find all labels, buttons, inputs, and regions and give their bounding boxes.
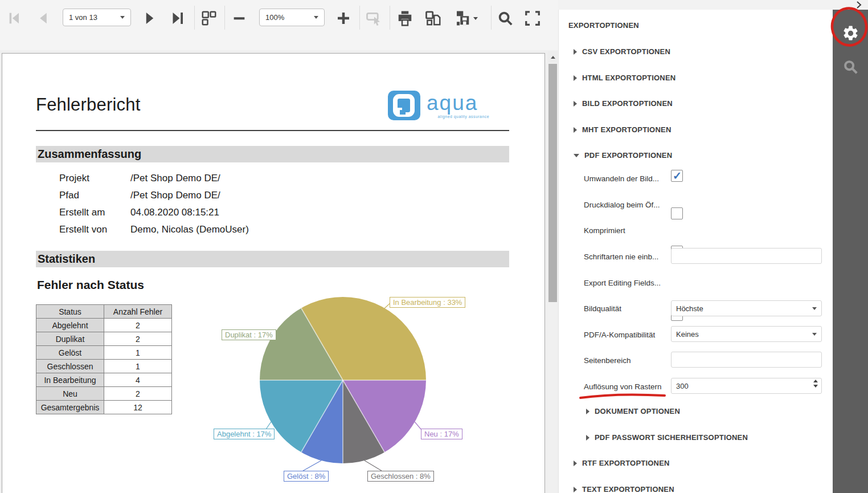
first-page-button[interactable]	[7, 9, 23, 27]
table-row: Neu2	[36, 387, 172, 401]
dropdown-pdfa-kompatibilitaet[interactable]: Keines	[671, 326, 822, 342]
status-pie-chart: In Bearbeitung : 33% Duplikat : 17% Abge…	[211, 292, 456, 483]
pie-label-geloest: Gelöst : 8%	[284, 471, 329, 482]
zoom-level: 100%	[265, 13, 284, 22]
vertical-scrollbar[interactable]	[548, 51, 558, 493]
dropdown-bildqualitaet[interactable]: Höchste	[671, 300, 822, 316]
page-number-dropdown[interactable]: 1 von 13	[63, 9, 131, 26]
previous-page-button[interactable]	[35, 9, 51, 27]
export-save-button[interactable]	[454, 9, 478, 27]
checkbox-druckdialog[interactable]	[671, 207, 683, 219]
section-bild-exportoptionen[interactable]: BILD EXPORTOPTIONEN	[574, 99, 673, 108]
gear-icon	[842, 25, 859, 42]
chevron-right-icon	[574, 101, 577, 107]
chevron-right-icon	[586, 435, 589, 441]
fullscreen-button[interactable]	[524, 9, 541, 27]
chevron-right-icon	[574, 75, 577, 81]
pie-label-in-bearbeitung: In Bearbeitung : 33%	[390, 297, 465, 308]
option-label-schriftarten: Schriftarten nie einb...	[584, 252, 658, 261]
zoom-out-button[interactable]	[231, 9, 247, 27]
scrollbar-thumb[interactable]	[548, 64, 557, 302]
title-rule	[36, 130, 509, 131]
aqua-logo-tagline: aligned quality assurance	[428, 115, 489, 119]
option-label-aufloesung: Auflösung von Rastern	[584, 382, 662, 391]
statistics-heading: Statistiken	[36, 251, 509, 267]
collapse-panel-button[interactable]	[854, 1, 863, 9]
document-area: Fehlerbericht aqua aligned quality assur…	[0, 50, 558, 493]
table-row: Gelöst1	[36, 346, 172, 360]
toolbar-divider	[359, 6, 360, 30]
next-page-icon	[141, 10, 158, 27]
chevron-right-icon	[854, 1, 863, 9]
section-mht-exportoptionen[interactable]: MHT EXPORTOPTIONEN	[574, 125, 671, 134]
spin-down-icon[interactable]	[813, 385, 818, 388]
section-dokument-optionen[interactable]: DOKUMENT OPTIONEN	[586, 407, 680, 415]
sidebar-search-button[interactable]	[833, 51, 868, 83]
document-viewer: 1 von 13 100%	[0, 0, 558, 493]
section-pdf-exportoptionen[interactable]: PDF EXPORTOPTIONEN	[574, 151, 672, 160]
section-html-exportoptionen[interactable]: HTML EXPORTOPTIONEN	[574, 74, 675, 82]
selection-tool-button[interactable]	[366, 9, 383, 27]
summary-heading: Zusammenfassung	[36, 146, 509, 162]
panel-top-strip	[558, 0, 868, 10]
chevron-right-icon	[574, 487, 577, 492]
chevron-right-icon	[574, 461, 577, 466]
multi-page-view-button[interactable]	[200, 9, 218, 27]
report-title: Fehlerbericht	[36, 95, 141, 115]
print-icon	[396, 10, 413, 27]
zoom-in-icon	[335, 10, 352, 27]
first-page-icon	[7, 10, 23, 26]
checkbox-umwandeln[interactable]	[671, 170, 683, 182]
spin-up-icon[interactable]	[813, 380, 818, 382]
chevron-down-icon	[574, 154, 579, 157]
pie-overlay	[211, 292, 456, 483]
table-row: Geschlossen1	[36, 360, 172, 373]
summary-field: Projekt/Pet Shop Demo DE/	[59, 173, 220, 184]
input-aufloesung[interactable]	[671, 378, 822, 394]
input-schriftarten[interactable]	[671, 248, 822, 264]
scroll-up-button[interactable]	[548, 51, 558, 63]
zoom-level-dropdown[interactable]: 100%	[259, 9, 325, 26]
print-page-setup-button[interactable]	[425, 9, 442, 27]
option-label-seitenbereich: Seitenbereich	[584, 356, 631, 365]
last-page-button[interactable]	[169, 9, 186, 27]
chart-title: Fehler nach Status	[37, 278, 144, 292]
summary-field: Erstellt am04.08.2020 08:15:21	[59, 207, 219, 218]
viewer-toolbar: 1 von 13 100%	[0, 0, 558, 50]
pie-label-abgelehnt: Abgelehnt : 17%	[214, 429, 275, 439]
input-seitenbereich[interactable]	[671, 352, 822, 368]
search-button[interactable]	[497, 9, 514, 27]
aqua-logo-mark-icon	[388, 91, 420, 120]
pie-label-geschlossen: Geschlossen : 8%	[367, 471, 434, 482]
table-row: Duplikat2	[36, 332, 172, 346]
summary-field: Erstellt vonDemo, Nicolas (DemoUser)	[59, 224, 249, 235]
zoom-out-icon	[231, 10, 247, 26]
table-header-row: Status Anzahl Fehler	[36, 305, 172, 319]
section-pdf-passwort[interactable]: PDF PASSWORT SICHERHEITSOPTIONEN	[586, 433, 748, 442]
next-page-button[interactable]	[141, 9, 158, 27]
page-indicator: 1 von 13	[69, 13, 97, 22]
print-button[interactable]	[396, 9, 413, 27]
toolbar-divider	[491, 6, 492, 30]
last-page-icon	[169, 10, 186, 27]
zoom-in-button[interactable]	[335, 9, 352, 27]
right-sidebar	[833, 10, 868, 493]
spinbox-aufloesung[interactable]	[671, 378, 822, 394]
export-settings-button[interactable]	[833, 17, 868, 49]
pie-label-duplikat: Duplikat : 17%	[222, 329, 276, 340]
section-text-exportoptionen[interactable]: TEXT EXPORTOPTIONEN	[574, 485, 674, 493]
export-save-icon	[454, 10, 471, 27]
status-table: Status Anzahl Fehler Abgelehnt2 Duplikat…	[36, 304, 172, 414]
print-page-setup-icon	[425, 10, 442, 27]
report-viewer-window: 1 von 13 100%	[0, 0, 868, 493]
search-icon	[842, 58, 859, 75]
spinner-controls	[813, 380, 818, 388]
selection-tool-icon	[366, 10, 383, 27]
section-csv-exportoptionen[interactable]: CSV EXPORTOPTIONEN	[574, 47, 670, 56]
option-label-druckdialog: Druckdialog beim Öf...	[584, 201, 660, 209]
section-rtf-exportoptionen[interactable]: RTF EXPORTOPTIONEN	[574, 459, 670, 467]
toolbar-divider	[224, 6, 225, 30]
chevron-right-icon	[586, 409, 589, 414]
chevron-down-icon	[120, 16, 125, 19]
chevron-right-icon	[574, 49, 577, 55]
